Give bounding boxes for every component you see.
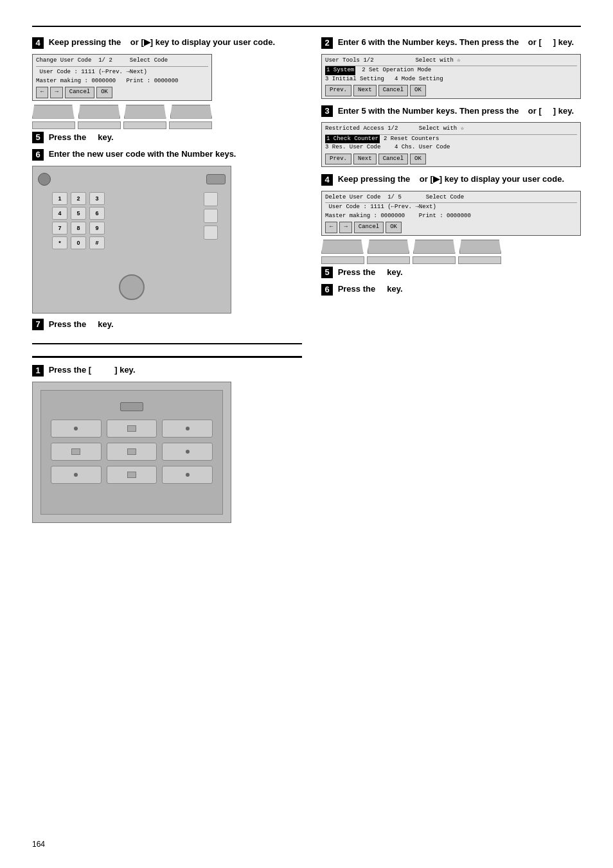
step-5-left: 5 Press the key. — [32, 132, 302, 144]
step-num-7-left: 7 — [32, 319, 44, 330]
trap-btn-4 — [170, 105, 213, 119]
trap-buttons-1 — [32, 105, 212, 119]
fn-btn-r2-2 — [78, 121, 121, 129]
panel-device-inner — [40, 390, 223, 515]
ut-row1-right: 2 Set Operation Mode — [362, 66, 431, 75]
screen-del-buttons: ← → Cancel OK — [325, 222, 577, 233]
step-6-left: 6 Enter the new user code with the Numbe… — [32, 148, 302, 161]
screen-user-tools: User Tools 1/2 Select with ☆ 1 System 2 … — [321, 54, 581, 99]
screen-del-line1: User Code : 1111 (←Prev. →Next) — [325, 203, 577, 212]
screen-restricted-access: Restricted Access 1/2 Select with ☆ 1 Ch… — [321, 122, 581, 167]
trap-btn-r2 — [368, 240, 410, 254]
trap-btn-r3 — [413, 240, 456, 254]
fn-btn-r2-1 — [32, 121, 75, 129]
mid-divider — [32, 343, 302, 344]
pb-1 — [51, 420, 102, 438]
screen-line1-change: User Code : 1111 (←Prev. →Next) — [36, 68, 208, 77]
pb-3 — [162, 420, 213, 438]
screen-line2-change: Master making : 0000000 Print : 0000000 — [36, 77, 208, 86]
btn-left-change: ← — [36, 87, 48, 98]
step-num-6-right: 6 — [321, 284, 333, 296]
fn-buttons-right — [321, 256, 501, 264]
key-star: * — [52, 236, 67, 249]
step-text-4-left: Keep pressing the or [▶] key to display … — [49, 37, 275, 47]
trap-btn-r1 — [321, 240, 364, 254]
del-btn-cancel: Cancel — [354, 222, 384, 233]
pb-4 — [51, 443, 102, 461]
trap-buttons-right — [321, 240, 501, 254]
step-text-5-left: Press the key. — [49, 132, 114, 142]
step-text-6-left: Enter the new user code with the Number … — [49, 149, 236, 159]
screen-ut-row1: 1 System 2 Set Operation Mode — [325, 66, 577, 75]
del-btn-left: ← — [325, 222, 337, 233]
key-5: 5 — [71, 207, 86, 220]
panel-top-element — [120, 402, 143, 411]
section-divider — [32, 356, 302, 358]
screen-ra-row2: 3 Res. User Code 4 Chs. User Code — [325, 143, 577, 152]
key-9: 9 — [89, 222, 105, 235]
btn-ok-change: OK — [96, 87, 112, 98]
left-column: 4 Keep pressing the or [▶] key to displa… — [32, 37, 302, 528]
step-4-left: 4 Keep pressing the or [▶] key to displa… — [32, 37, 302, 49]
fn-btn-r2-4 — [169, 121, 212, 129]
r-key-1 — [204, 192, 218, 206]
step-num-6-left: 6 — [32, 149, 44, 161]
keypad-rect-right — [206, 174, 226, 184]
fn-btn-r-3 — [413, 256, 456, 264]
step-num-5-left: 5 — [32, 132, 44, 143]
step-num-1-bottom: 1 — [32, 365, 44, 376]
page-number: 164 — [32, 840, 45, 849]
top-divider — [32, 26, 581, 27]
step-5-right: 5 Press the key. — [321, 267, 581, 279]
ut-row1-inv: 1 System — [325, 66, 355, 75]
step-text-2-right: Enter 6 with the Number keys. Then press… — [338, 37, 574, 47]
key-hash: # — [89, 236, 105, 249]
pb-8 — [107, 466, 157, 484]
key-3: 3 — [89, 192, 105, 205]
ra-btn-ok: OK — [410, 154, 426, 165]
key-4: 4 — [52, 207, 67, 220]
screen-ra-title: Restricted Access 1/2 Select with ☆ — [325, 125, 577, 135]
right-side-keys — [204, 192, 218, 240]
screen-del-line2: Master making : 0000000 Print : 0000000 — [325, 212, 577, 221]
screen-change-user-code: Change User Code 1/ 2 Select Code User C… — [32, 54, 212, 101]
screen-ut-row2: 3 Initial Setting 4 Mode Setting — [325, 75, 577, 84]
step-num-4-left: 4 — [32, 37, 44, 49]
screen-del-title: Delete User Code 1/ 5 Select Code — [325, 193, 577, 204]
key-8: 8 — [71, 222, 86, 235]
step-6-right: 6 Press the key. — [321, 283, 581, 296]
step-num-3-right: 3 — [321, 105, 333, 117]
screen-ra-buttons: Prev. Next Cancel OK — [325, 154, 577, 165]
step-text-7-left: Press the key. — [49, 319, 114, 329]
keypad-top-bar — [38, 172, 226, 187]
fn-btn-r2-3 — [123, 121, 166, 129]
key-1: 1 — [52, 192, 67, 205]
screen-ra-row1: 1 Check Counter 2 Reset Counters — [325, 135, 577, 144]
step-3-right: 3 Enter 5 with the Number keys. Then pre… — [321, 105, 581, 118]
btn-right-change: → — [50, 87, 62, 98]
key-2: 2 — [71, 192, 86, 205]
key-0: 0 — [71, 236, 86, 249]
step-2-right: 2 Enter 6 with the Number keys. Then pre… — [321, 37, 581, 49]
fn-keys-area-right — [321, 240, 501, 264]
step-text-6-right: Press the key. — [338, 284, 403, 294]
screen-delete-user-code: Delete User Code 1/ 5 Select Code User C… — [321, 191, 581, 236]
number-keys-grid: 1 2 3 4 5 6 7 8 9 * 0 # — [52, 192, 106, 249]
r-key-2 — [204, 209, 218, 223]
pb-2 — [107, 420, 157, 438]
fn-btn-r-2 — [367, 256, 410, 264]
panel-device-image — [32, 382, 231, 523]
ut-btn-prev: Prev. — [325, 85, 351, 96]
bottom-dial — [119, 274, 145, 300]
step-num-5-right: 5 — [321, 267, 333, 278]
screen-ut-buttons: Prev. Next Cancel OK — [325, 85, 577, 96]
screen-ut-title: User Tools 1/2 Select with ☆ — [325, 57, 577, 67]
trap-btn-2 — [78, 105, 121, 119]
ut-btn-cancel: Cancel — [378, 85, 408, 96]
ra-btn-prev: Prev. — [325, 154, 351, 165]
pb-5 — [107, 443, 157, 461]
step-num-4-right: 4 — [321, 174, 333, 186]
btn-cancel-change: Cancel — [65, 87, 94, 98]
ra-btn-next: Next — [353, 154, 377, 165]
pb-7 — [51, 466, 102, 484]
